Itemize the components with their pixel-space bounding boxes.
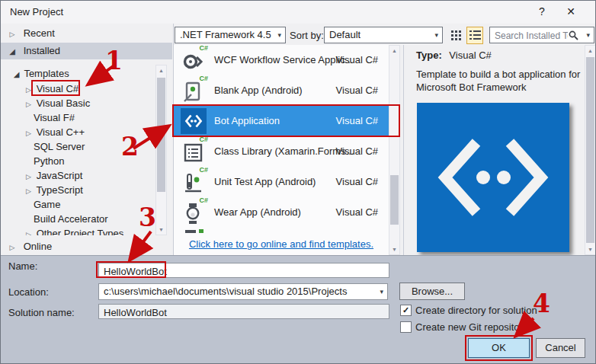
template-name: Unit Test App (Android) <box>214 167 316 197</box>
csharp-badge: C# <box>199 166 208 174</box>
scrollbar-thumb[interactable] <box>390 175 399 225</box>
scrollbar-thumb[interactable] <box>586 57 594 243</box>
tree-item-visual-basic[interactable]: ▷ Visual Basic <box>1 96 176 110</box>
tree-item-typescript[interactable]: ▷ TypeScript <box>1 183 176 197</box>
expander-icon[interactable]: ▷ <box>24 228 34 235</box>
cancel-button[interactable]: Cancel <box>536 338 585 358</box>
template-item-wcf-workflow[interactable]: C# WCF Workflow Service Applic... Visual… <box>174 45 389 75</box>
template-language: Visual C# <box>336 167 378 197</box>
search-box[interactable]: ▾ <box>489 27 594 43</box>
create-git-checkbox[interactable] <box>400 321 412 333</box>
chevron-down-icon[interactable]: ▾ <box>586 27 590 43</box>
sidebar-item-label: Installed <box>21 45 60 56</box>
tree-item-label: JavaScript <box>37 170 83 181</box>
sidebar-item-installed[interactable]: ◢ Installed <box>1 43 172 59</box>
tree-item-templates[interactable]: ◢ Templates <box>1 66 164 81</box>
class-library-icon: C# <box>181 139 207 164</box>
android-phone-icon: C# <box>181 78 207 104</box>
scroll-down-icon[interactable]: ▼ <box>389 244 399 254</box>
location-value: c:\users\michael\documents\visual studio… <box>104 284 373 299</box>
sidebar-item-online[interactable]: ▷ Online <box>1 238 172 255</box>
dialog-title: New Project <box>10 6 63 18</box>
scroll-down-icon[interactable]: ▼ <box>585 244 595 254</box>
template-item-wear-app-android[interactable]: C# Wear App (Android) Visual C# <box>174 197 389 228</box>
template-language: Visual C# <box>336 136 378 167</box>
tree-item-label: Visual Basic <box>37 97 91 109</box>
template-description: Template to build a bot application for … <box>416 68 587 94</box>
expander-icon[interactable]: ◢ <box>1 43 18 60</box>
tree-item-other-project-types[interactable]: ▷ Other Project Types <box>1 226 176 235</box>
tree-item-label: Other Project Types <box>37 228 124 235</box>
expander-icon[interactable]: ▷ <box>1 239 18 256</box>
close-button[interactable]: ✕ <box>560 3 582 21</box>
ok-button[interactable]: OK <box>468 338 530 358</box>
solution-name-input[interactable] <box>102 305 389 319</box>
list-scrollbar[interactable]: ▲ ▼ <box>389 45 400 255</box>
tree-item-label: Visual C++ <box>37 126 85 138</box>
create-directory-label: Create directory for solution <box>415 305 537 316</box>
list-view-icon <box>467 27 482 43</box>
name-input[interactable] <box>102 264 389 278</box>
scroll-up-icon[interactable]: ▲ <box>389 46 399 56</box>
browse-button[interactable]: Browse... <box>399 283 465 300</box>
tree-scrollbar[interactable]: ▲ ▼ <box>155 65 167 235</box>
unit-test-icon: C# <box>181 169 207 195</box>
check-icon: ✓ <box>402 305 409 315</box>
template-name: WCF Workflow Service Applic... <box>214 45 354 75</box>
template-item-blank-app-android[interactable]: C# Blank App (Android) Visual C# <box>174 75 389 106</box>
template-language: Visual C# <box>336 75 378 106</box>
bot-application-icon <box>181 108 207 134</box>
solution-field-wrap[interactable] <box>98 304 389 319</box>
tree-item-label: Game <box>34 199 60 210</box>
type-label: Type: <box>416 49 442 61</box>
framework-dropdown[interactable]: .NET Framework 4.5 ▾ <box>175 27 286 43</box>
chevron-down-icon: ▾ <box>434 27 438 43</box>
help-button[interactable]: ? <box>531 3 553 21</box>
name-field-wrap[interactable] <box>98 263 389 278</box>
tree-item-javascript[interactable]: ▷ JavaScript <box>1 168 176 183</box>
scroll-up-icon[interactable]: ▲ <box>156 65 166 75</box>
template-name: Bot Application <box>214 106 280 136</box>
scroll-up-icon[interactable]: ▲ <box>585 46 595 56</box>
tree-item-visual-cpp[interactable]: ▷ Visual C++ <box>1 125 176 139</box>
scroll-down-icon[interactable]: ▼ <box>156 225 166 235</box>
template-name: Class Library (Xamarin.Forms... <box>214 136 354 167</box>
scrollbar-thumb[interactable] <box>157 78 165 192</box>
template-language: Visual C# <box>336 45 378 75</box>
template-name: Blank App (Android) <box>214 75 303 106</box>
wear-watch-icon: C# <box>181 200 207 225</box>
expander-icon[interactable]: ◢ <box>11 67 21 81</box>
tree-item-visual-csharp[interactable]: ▷ Visual C# <box>1 81 176 96</box>
template-type-row: Type: Visual C# <box>416 49 492 61</box>
tree-item-label: Python <box>34 155 64 167</box>
template-item-bot-application[interactable]: Bot Application Visual C# <box>174 106 389 136</box>
template-language: Visual C# <box>336 106 378 136</box>
search-input[interactable] <box>493 28 569 43</box>
template-item-unit-test-android[interactable]: C# Unit Test App (Android) Visual C# <box>174 167 389 197</box>
tree-item-label: SQL Server <box>34 141 85 152</box>
sidebar-item-recent[interactable]: ▷ Recent <box>1 25 172 41</box>
location-dropdown[interactable]: c:\users\michael\documents\visual studio… <box>98 283 388 300</box>
sort-value: Default <box>329 27 360 43</box>
details-divider <box>403 45 404 255</box>
list-view-button[interactable] <box>466 27 483 44</box>
expander-icon[interactable]: ▷ <box>1 27 18 43</box>
partial-template-icon <box>181 228 207 233</box>
tree-item-label: Templates <box>24 68 69 79</box>
create-directory-checkbox[interactable]: ✓ <box>400 305 412 316</box>
tree-item-label: Build Accelerator <box>34 213 108 225</box>
project-form: Name: Location: c:\users\michael\documen… <box>1 256 596 364</box>
search-icon[interactable] <box>569 30 578 40</box>
tree-item-label: Visual F# <box>34 112 75 123</box>
title-bar[interactable]: New Project ? ✕ <box>1 1 595 24</box>
find-templates-link[interactable]: Click here to go online and find templat… <box>174 238 389 250</box>
chevron-down-icon[interactable]: ▾ <box>380 284 383 299</box>
wcf-workflow-icon: C# <box>181 47 207 73</box>
details-scrollbar[interactable]: ▲ ▼ <box>585 45 596 255</box>
sidebar-item-label: Online <box>21 241 53 252</box>
template-item-class-library-xamarin[interactable]: C# Class Library (Xamarin.Forms... Visua… <box>174 136 389 167</box>
csharp-badge: C# <box>199 44 208 52</box>
solution-name-label: Solution name: <box>8 307 75 318</box>
sort-dropdown[interactable]: Default ▾ <box>324 27 443 43</box>
small-icons-view-button[interactable] <box>448 27 465 43</box>
